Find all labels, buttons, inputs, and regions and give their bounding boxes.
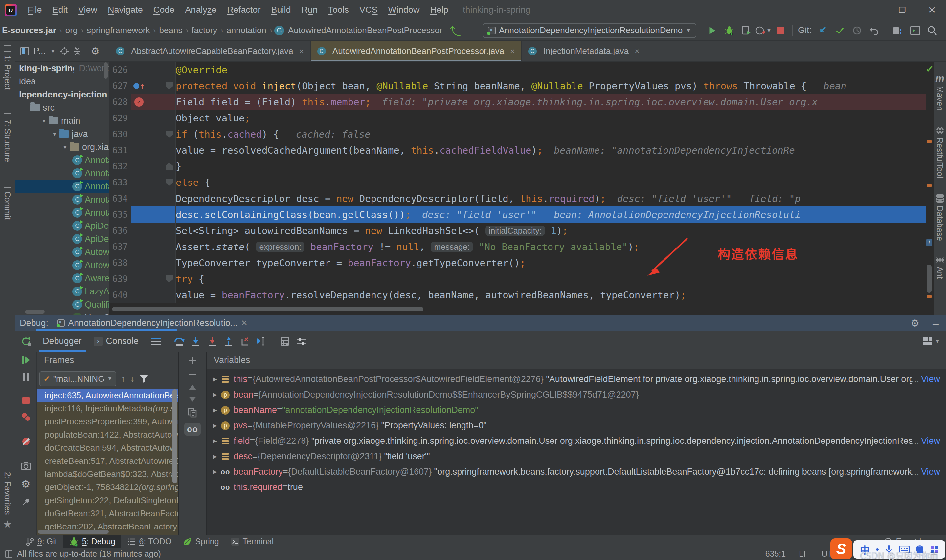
add-watch-icon[interactable] [188,357,197,365]
code-line[interactable]: 630 if (this.cached) { cached: false [109,126,926,142]
tool-button-database[interactable]: Database [935,193,945,241]
code-line[interactable]: 636 Set<String> autowiredBeanNames = new… [109,223,926,238]
tree-item[interactable]: CAnnotati [15,154,109,167]
step-over-button[interactable] [171,334,188,349]
settings-icon[interactable]: ⚙ [21,478,31,490]
move-down-icon[interactable] [188,396,196,402]
variable-row[interactable]: ▶desc = {DependencyDescriptor@2311} "fie… [206,449,946,464]
run-to-cursor-button[interactable] [253,334,270,349]
mute-breakpoints-icon[interactable] [21,437,31,446]
line-number[interactable]: 628 [109,94,131,110]
sogou-ime-logo[interactable]: S [830,538,852,559]
breadcrumb-item[interactable]: springframework [85,25,151,35]
toolwindow-spring[interactable]: Spring [177,535,225,548]
line-number[interactable]: 636 [109,223,131,238]
variable-row[interactable]: ▶pbean = {AnnotationDependencyInjectionR… [206,387,946,402]
stripe-2-favorites[interactable]: 2: Favorites★ [3,472,12,530]
gear-icon[interactable]: ⚙ [91,45,100,57]
menu-vcs[interactable]: VCS [354,5,383,15]
tree-item[interactable]: CAutowiri [15,258,109,272]
stack-frame[interactable]: postProcessProperties:399, Autowire [37,415,178,428]
menu-tools[interactable]: Tools [323,5,354,15]
previous-frame-icon[interactable]: ↑ [121,374,125,384]
code-line[interactable]: 640 value = beanFactory.resolveDependenc… [109,287,926,303]
tree-horizontal-scrollbar[interactable] [25,310,45,314]
breadcrumb-item[interactable]: factory [190,25,219,35]
menu-run[interactable]: Run [296,5,323,15]
variable-row[interactable]: ▶ppvs = {MutablePropertyValues@2216} "Pr… [206,418,946,433]
view-link[interactable]: View [921,436,940,446]
line-number[interactable]: 639 [109,271,131,287]
line-number[interactable]: 634 [109,191,131,206]
tree-item[interactable]: CLazyAnn [15,285,109,298]
fold-marker-icon[interactable] [166,179,173,186]
code-line[interactable]: 632 } [109,158,926,174]
code-line[interactable]: 626 @Override [109,62,926,78]
tree-item[interactable]: CApiDepe [15,232,109,246]
variable-row[interactable]: ▶oobeanFactory = {DefaultListableBeanFac… [206,464,946,480]
code-line[interactable]: 633 else { [109,174,926,191]
tree-item[interactable]: CAutowiri [15,246,109,258]
collapse-all-icon[interactable] [73,47,81,55]
breadcrumb-class[interactable]: AutowiredAnnotationBeanPostProcessor [287,25,444,35]
code-line[interactable]: 639 try { [109,271,926,287]
history-button[interactable] [849,23,866,38]
view-breakpoints-icon[interactable] [21,412,31,422]
line-number[interactable]: 632 [109,158,131,174]
tree-item[interactable]: CAwareInt [15,272,109,285]
project-view-icon[interactable] [20,47,29,55]
stack-frame[interactable]: doGetBean:321, AbstractBeanFactor [37,507,178,520]
layout-settings-icon[interactable]: ▼ [923,337,940,346]
tab-console[interactable]: ›Console [88,331,145,352]
fold-marker-icon[interactable] [166,163,173,170]
stripe-7-structure[interactable]: 7: Structure [3,110,12,162]
tab-debugger[interactable]: Debugger [37,331,88,352]
coverage-button[interactable] [738,23,755,38]
expand-icon[interactable]: ▶ [210,468,220,475]
menu-file[interactable]: File [22,5,47,15]
fold-marker-icon[interactable] [166,131,173,138]
view-link[interactable]: View [921,467,940,477]
stack-frame[interactable]: getObject:-1, 758348212 (org.spring [37,480,178,494]
show-execution-point-button[interactable] [148,334,164,349]
stack-frame[interactable]: populateBean:1422, AbstractAutowi [37,428,178,441]
step-out-button[interactable] [220,334,237,349]
code-editor[interactable]: 626 @Override627↑ protected void inject(… [109,62,926,315]
line-number[interactable]: 633 [109,174,131,191]
chevron-down-icon[interactable]: ▼ [61,145,69,150]
toolwindow-terminal[interactable]: Terminal [225,535,279,548]
tree-item[interactable]: CAnnotati [15,206,109,219]
locate-file-icon[interactable] [60,47,69,55]
fold-marker-icon[interactable] [166,275,173,283]
resume-icon[interactable] [22,355,31,365]
editor-horizontal-scrollbar[interactable] [112,307,424,311]
debug-button[interactable] [721,23,738,38]
run-configuration-select[interactable]: AnnotationDependencyInjectionResolutionD… [482,23,696,38]
menu-window[interactable]: Window [383,5,425,15]
variable-row[interactable]: ▶field = {Field@2278} "private org.xiaog… [206,433,946,449]
breadcrumb-item[interactable]: E-sources.jar [0,25,57,35]
next-frame-icon[interactable]: ↓ [130,374,135,384]
thread-dump-icon[interactable] [21,461,31,471]
expand-icon[interactable]: ▶ [210,453,220,460]
close-icon[interactable]: × [510,47,515,56]
maximize-button[interactable]: ❐ [897,6,908,15]
inspections-ok-icon[interactable]: ✓ [926,63,934,74]
pause-icon[interactable] [22,372,30,382]
line-number[interactable]: 635 [109,206,131,223]
tab-AutowiredAnnotationBeanPostProcessor.java[interactable]: CAutowiredAnnotationBeanPostProcessor.ja… [311,41,522,62]
tool-button-restfultool[interactable]: RestfulTool [935,126,945,178]
code-line[interactable]: 629 Object value; [109,110,926,126]
tree-item[interactable]: CAnnotati [15,193,109,206]
code-line[interactable]: 638 TypeConverter typeConverter = beanFa… [109,255,926,271]
frames-vertical-scrollbar[interactable] [173,389,177,483]
menu-build[interactable]: Build [266,5,296,15]
quickfix-arrow-icon[interactable]: ⤴ [450,22,461,38]
profiler-button[interactable]: ▼ [755,23,772,38]
local-changes-button[interactable] [889,23,907,38]
search-everywhere-button[interactable] [924,23,941,38]
expand-icon[interactable]: ▶ [210,407,220,414]
expand-icon[interactable]: ▶ [210,422,220,429]
close-button[interactable]: ✕ [926,4,937,16]
tree-item[interactable]: ▼main [15,114,109,128]
